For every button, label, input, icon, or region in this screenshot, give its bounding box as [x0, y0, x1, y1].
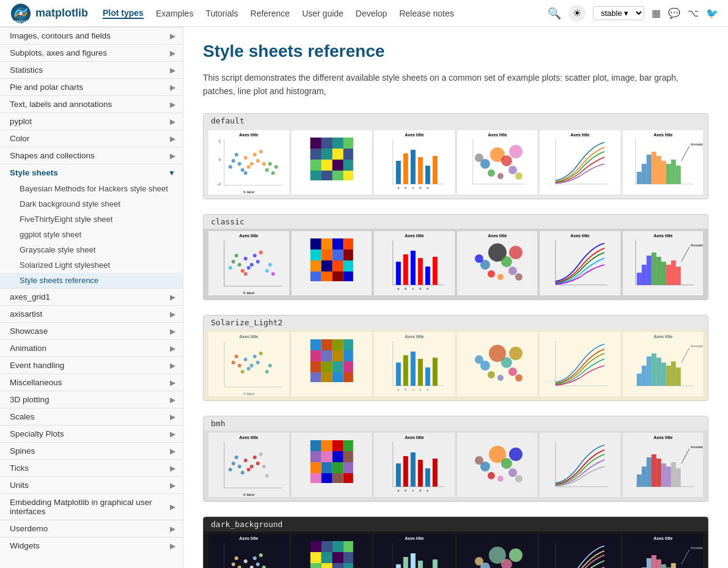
sidebar-item-axisartist[interactable]: axisartist ▶ [0, 306, 183, 322]
style-section-default: default Axes title X-label [203, 113, 708, 199]
svg-text:e: e [427, 287, 428, 290]
svg-rect-330 [310, 563, 321, 568]
svg-rect-127 [403, 254, 408, 285]
svg-point-239 [250, 465, 254, 468]
svg-point-106 [271, 272, 275, 276]
svg-rect-228 [651, 353, 656, 386]
line-plot-bmh [540, 433, 620, 499]
sidebar-item-units[interactable]: Units ▶ [0, 477, 183, 493]
sidebar-item-spines[interactable]: Spines ▶ [0, 443, 183, 459]
svg-rect-203 [425, 367, 430, 386]
nav-release-notes[interactable]: Release notes [399, 9, 454, 18]
svg-rect-157 [646, 256, 651, 285]
sidebar-item-events[interactable]: Event handling ▶ [0, 357, 183, 374]
sidebar-item-text[interactable]: Text, labels and annotations ▶ [0, 96, 183, 112]
svg-rect-83 [656, 156, 661, 184]
sidebar-subitem-fivethirtyeight[interactable]: FiveThirtyEight style sheet [0, 212, 183, 227]
theme-toggle-button[interactable]: ☀ [568, 5, 586, 22]
sidebar-subitem-bayesian[interactable]: Bayesian Methods for Hackers style sheet [0, 181, 183, 196]
svg-rect-274 [425, 468, 430, 487]
sidebar-item-animation[interactable]: Animation ▶ [0, 340, 183, 356]
version-select[interactable]: stable ▾ [593, 6, 644, 20]
nav-examples[interactable]: Examples [156, 9, 193, 18]
sidebar-item-scales[interactable]: Scales ▶ [0, 408, 183, 425]
sidebar-item-stylesheets[interactable]: Style sheets ▼ [0, 164, 183, 181]
svg-point-142 [508, 267, 517, 275]
svg-point-212 [487, 371, 495, 378]
sidebar-item-pie[interactable]: Pie and polar charts ▶ [0, 79, 183, 95]
heatmap-plot-classic [292, 231, 372, 297]
nav-user-guide[interactable]: User guide [302, 9, 344, 18]
nav-develop[interactable]: Develop [356, 9, 387, 18]
sidebar: Images, contours and fields ▶ Subplots, … [0, 27, 183, 568]
svg-text:Annotation: Annotation [690, 546, 703, 550]
svg-point-241 [256, 462, 260, 465]
svg-rect-227 [646, 356, 651, 386]
sidebar-item-statistics[interactable]: Statistics ▶ [0, 62, 183, 78]
search-button[interactable]: 🔍 [548, 7, 561, 20]
plots-row-solarize: Axes title X-label [208, 332, 703, 398]
line-svg-solarize [540, 332, 620, 396]
sidebar-item-pyplot[interactable]: pyplot ▶ [0, 113, 183, 130]
heatmap-plot-solarize [292, 332, 372, 398]
svg-point-144 [509, 246, 522, 259]
sidebar-item-specialty[interactable]: Specialty Plots ▶ [0, 426, 183, 442]
sidebar-item-ticks[interactable]: Ticks ▶ [0, 460, 183, 476]
scatter-plot-dark: Axes title X-label [208, 534, 289, 568]
logo-link[interactable]: matplotlib matplotlib [10, 2, 88, 24]
sidebar-subitem-stylesheets-ref[interactable]: Style sheets reference [0, 273, 183, 288]
sidebar-section-pie: Pie and polar charts ▶ [0, 78, 183, 95]
svg-text:Axes title: Axes title [405, 536, 424, 540]
sidebar-section-userdemo: Userdemo ▶ [0, 520, 183, 537]
sidebar-item-3d[interactable]: 3D plotting ▶ [0, 391, 183, 408]
chevron-icon: ▶ [170, 361, 175, 370]
sidebar-section-pyplot: pyplot ▶ [0, 112, 183, 130]
svg-rect-160 [661, 262, 666, 285]
svg-text:Axes title: Axes title [405, 334, 424, 339]
svg-rect-50 [411, 150, 416, 184]
svg-point-358 [509, 548, 522, 562]
sidebar-item-userdemo[interactable]: Userdemo ▶ [0, 520, 183, 537]
bubble-svg-classic: Axes title [457, 231, 538, 295]
sidebar-item-widgets[interactable]: Widgets ▶ [0, 537, 183, 554]
sidebar-item-subplots[interactable]: Subplots, axes and figures ▶ [0, 45, 183, 61]
sidebar-item-embedding[interactable]: Embedding Matplotlib in graphical user i… [0, 494, 183, 520]
sidebar-item-misc[interactable]: Miscellaneous ▶ [0, 374, 183, 391]
line-plot-solarize [540, 332, 620, 398]
nav-reference[interactable]: Reference [251, 9, 290, 18]
sidebar-subitem-grayscale[interactable]: Grayscale style sheet [0, 242, 183, 257]
sidebar-item-color[interactable]: Color ▶ [0, 130, 183, 147]
svg-rect-341 [396, 564, 401, 568]
svg-rect-114 [343, 249, 353, 260]
svg-rect-111 [310, 249, 321, 260]
histogram-plot-dark: Axes title Annotation [623, 534, 704, 568]
sidebar-item-showcase[interactable]: Showcase ▶ [0, 323, 183, 339]
svg-rect-36 [343, 149, 353, 160]
svg-point-242 [247, 468, 251, 471]
svg-rect-44 [343, 171, 353, 180]
svg-rect-304 [675, 468, 680, 487]
sidebar-subitem-solarized[interactable]: Solarized Light stylesheet [0, 257, 183, 273]
svg-rect-265 [332, 473, 343, 483]
svg-text:d: d [419, 489, 421, 492]
sidebar-item-shapes[interactable]: Shapes and collections ▶ [0, 147, 183, 164]
twitter-icon-button[interactable]: 🐦 [706, 7, 718, 19]
sidebar-subitem-dark-bg[interactable]: Dark background style sheet [0, 196, 183, 212]
chat-icon-button[interactable]: 💬 [668, 7, 680, 19]
svg-rect-48 [396, 161, 401, 184]
svg-text:c: c [413, 186, 414, 190]
sidebar-item-axes-grid1[interactable]: axes_grid1 ▶ [0, 289, 183, 305]
svg-line-152 [681, 247, 689, 262]
bars-icon-button[interactable]: ▦ [652, 7, 661, 19]
bar-plot-dark: Axes title a b c d [374, 534, 455, 568]
svg-text:d: d [419, 287, 421, 290]
nav-plot-types[interactable]: Plot types [103, 8, 144, 19]
svg-rect-231 [666, 366, 671, 386]
svg-point-2 [20, 12, 23, 15]
svg-rect-86 [671, 160, 675, 184]
svg-point-19 [244, 171, 248, 175]
sidebar-item-images[interactable]: Images, contours and fields ▶ [0, 28, 183, 44]
github-icon-button[interactable]: ⌥ [688, 7, 699, 19]
sidebar-subitem-ggplot[interactable]: ggplot style sheet [0, 227, 183, 242]
nav-tutorials[interactable]: Tutorials [205, 9, 238, 18]
